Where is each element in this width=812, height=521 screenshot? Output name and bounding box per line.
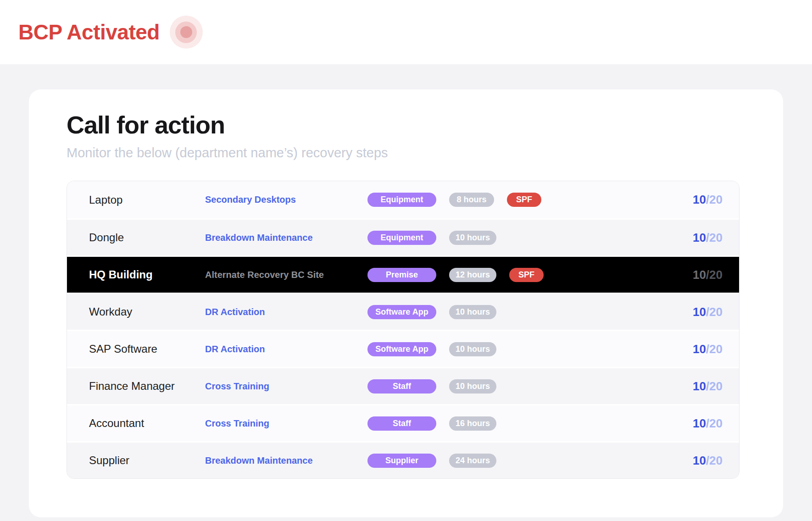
spf-badge: SPF [509, 268, 544, 282]
recovery-action-link[interactable]: Breakdown Maintenance [205, 233, 367, 243]
table-row[interactable]: Workday DR Activation Software App 10 ho… [67, 293, 739, 330]
recovery-steps-table: Laptop Secondary Desktops Equipment 8 ho… [67, 181, 740, 479]
score-value: 10 [693, 268, 706, 282]
score: 10/20 [654, 379, 723, 394]
category-badge: Premise [367, 268, 436, 282]
duration-badge: 8 hours [449, 193, 494, 207]
score: 10/20 [654, 193, 723, 207]
category-badge: Software App [367, 305, 436, 319]
score-total: /20 [706, 268, 723, 282]
resource-name: Finance Manager [89, 380, 205, 393]
recovery-action-link[interactable]: Cross Training [205, 418, 367, 429]
table-row[interactable]: Accountant Cross Training Staff 16 hours… [67, 404, 739, 441]
score-total: /20 [706, 342, 723, 356]
category-badge: Supplier [367, 454, 436, 468]
duration-badge: 10 hours [449, 379, 496, 394]
badge-group: Software App 10 hours [367, 305, 654, 319]
category-badge: Software App [367, 342, 436, 356]
score-total: /20 [706, 193, 723, 206]
duration-badge: 12 hours [449, 268, 496, 282]
table-row[interactable]: SAP Software DR Activation Software App … [67, 330, 739, 367]
score-value: 10 [693, 416, 706, 430]
table-row[interactable]: HQ Building Alternate Recovery BC Site P… [67, 255, 739, 293]
status-pulse-ring [175, 22, 197, 43]
bcp-status-title: BCP Activated [18, 20, 160, 44]
table-row[interactable]: Dongle Breakdown Maintenance Equipment 1… [67, 218, 739, 255]
score: 10/20 [654, 454, 723, 468]
score-total: /20 [706, 416, 723, 430]
badge-group: Equipment 10 hours [367, 231, 654, 245]
resource-name: HQ Building [89, 268, 205, 281]
score-value: 10 [693, 231, 706, 244]
score-value: 10 [693, 305, 706, 319]
recovery-action-link[interactable]: Cross Training [205, 381, 367, 392]
category-badge: Staff [367, 416, 436, 431]
category-badge: Staff [367, 379, 436, 394]
table-row[interactable]: Supplier Breakdown Maintenance Supplier … [67, 441, 739, 478]
score-total: /20 [706, 231, 723, 244]
badge-group: Supplier 24 hours [367, 454, 654, 468]
score-total: /20 [706, 379, 723, 393]
duration-badge: 24 hours [449, 454, 496, 468]
score-value: 10 [693, 342, 706, 356]
resource-name: Supplier [89, 454, 205, 467]
score-value: 10 [693, 193, 706, 206]
score: 10/20 [654, 416, 723, 431]
call-for-action-card: Call for action Monitor the below (depar… [29, 89, 783, 517]
table-row[interactable]: Finance Manager Cross Training Staff 10 … [67, 367, 739, 404]
resource-name: Workday [89, 305, 205, 318]
page-title: Call for action [67, 111, 745, 139]
score: 10/20 [654, 231, 723, 245]
resource-name: Accountant [89, 417, 205, 430]
score-value: 10 [693, 379, 706, 393]
badge-group: Software App 10 hours [367, 342, 654, 356]
badge-group: Premise 12 hours SPF [367, 268, 654, 282]
badge-group: Staff 16 hours [367, 416, 654, 431]
score-total: /20 [706, 305, 723, 319]
top-header-bar: BCP Activated [0, 0, 812, 64]
category-badge: Equipment [367, 193, 436, 207]
category-badge: Equipment [367, 231, 436, 245]
resource-name: Laptop [89, 194, 205, 206]
spf-badge: SPF [507, 193, 541, 207]
recovery-action-link[interactable]: DR Activation [205, 344, 367, 355]
duration-badge: 10 hours [449, 342, 496, 356]
recovery-action-link[interactable]: Secondary Desktops [205, 194, 367, 205]
status-pulse-core [180, 26, 192, 38]
score: 10/20 [654, 342, 723, 356]
recovery-action-link[interactable]: Alternate Recovery BC Site [205, 270, 367, 280]
duration-badge: 10 hours [449, 231, 496, 245]
page-subtitle: Monitor the below (department name’s) re… [67, 145, 745, 161]
table-row[interactable]: Laptop Secondary Desktops Equipment 8 ho… [67, 181, 739, 218]
score-value: 10 [693, 454, 706, 467]
score-total: /20 [706, 454, 723, 467]
badge-group: Staff 10 hours [367, 379, 654, 394]
recovery-action-link[interactable]: DR Activation [205, 307, 367, 317]
score: 10/20 [654, 268, 723, 282]
score: 10/20 [654, 305, 723, 319]
duration-badge: 16 hours [449, 416, 496, 431]
badge-group: Equipment 8 hours SPF [367, 193, 654, 207]
duration-badge: 10 hours [449, 305, 496, 319]
resource-name: Dongle [89, 231, 205, 244]
recovery-action-link[interactable]: Breakdown Maintenance [205, 455, 367, 466]
resource-name: SAP Software [89, 343, 205, 355]
status-pulse-icon [170, 16, 203, 49]
